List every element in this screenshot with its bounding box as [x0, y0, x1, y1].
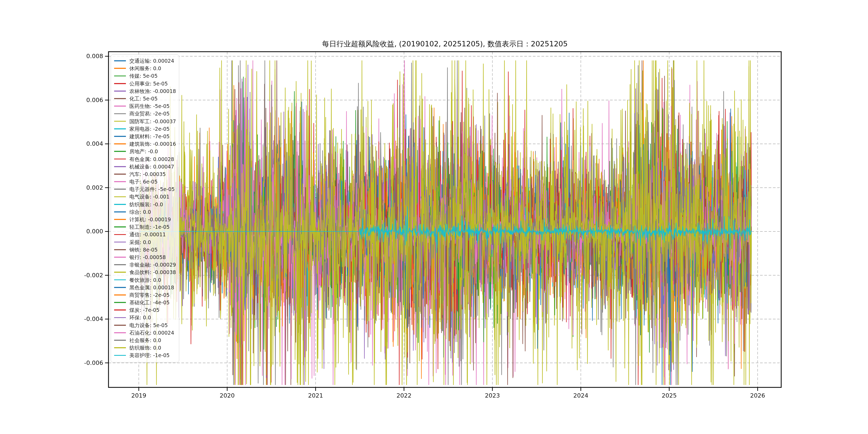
- legend-box: 交通运输: 0.00024休闲服务: 0.0传媒: 5e-05公用事业: 5e-…: [111, 54, 179, 363]
- legend-item: 轻工制造: -1e-05: [114, 223, 179, 231]
- legend-line-swatch: [114, 211, 126, 212]
- legend-item: 电气设备: -0.001: [114, 193, 179, 200]
- legend-item: 煤炭: -7e-05: [114, 306, 179, 314]
- legend-item: 休闲服务: 0.0: [114, 65, 179, 72]
- legend-item: 美容护理: -1e-05: [114, 351, 179, 359]
- legend-line-swatch: [114, 75, 126, 76]
- y-tick-label: -0.006: [32, 360, 103, 367]
- x-tick-label: 2021: [294, 392, 337, 399]
- legend-line-swatch: [114, 113, 126, 114]
- legend-line-swatch: [114, 332, 126, 333]
- legend-item: 有色金属: 0.00028: [114, 155, 179, 163]
- legend-label: 纺织服装: -0.0: [129, 201, 163, 208]
- legend-line-swatch: [114, 234, 126, 235]
- legend-line-swatch: [114, 189, 126, 190]
- legend-item: 餐饮旅游: 0.0: [114, 276, 179, 283]
- legend-label: 家用电器: -2e-05: [129, 125, 169, 133]
- legend-item: 纺织服装: -0.0: [114, 201, 179, 208]
- legend-label: 综合: 0.0: [129, 208, 151, 216]
- y-tick-label: -0.002: [32, 272, 103, 279]
- legend-label: 化工: 5e-05: [129, 95, 157, 102]
- legend-label: 房地产: -0.0: [129, 148, 158, 155]
- legend-label: 计算机: -0.00019: [129, 216, 171, 223]
- legend-item: 通信: -0.00011: [114, 231, 179, 238]
- legend-line-swatch: [114, 60, 126, 61]
- legend-label: 煤炭: -7e-05: [129, 306, 159, 314]
- x-tick-label: 2025: [648, 392, 691, 399]
- legend-line-swatch: [114, 204, 126, 205]
- legend-label: 环保: 0.0: [129, 314, 151, 321]
- legend-line-swatch: [114, 325, 126, 326]
- legend-item: 家用电器: -2e-05: [114, 125, 179, 133]
- legend-item: 化工: 5e-05: [114, 95, 179, 102]
- y-tick-label: 0.006: [32, 97, 103, 104]
- legend-item: 国防军工: -0.00037: [114, 118, 179, 125]
- legend-line-swatch: [114, 242, 126, 243]
- legend-line-swatch: [114, 174, 126, 175]
- legend-line-swatch: [114, 128, 126, 129]
- legend-label: 食品饮料: -0.00038: [129, 269, 176, 276]
- legend-label: 轻工制造: -1e-05: [129, 223, 169, 231]
- legend-line-swatch: [114, 121, 126, 122]
- legend-label: 机械设备: 0.00047: [129, 163, 174, 170]
- legend-line-swatch: [114, 159, 126, 160]
- legend-line-swatch: [114, 219, 126, 220]
- x-tick-label: 2022: [382, 392, 426, 399]
- legend-item: 房地产: -0.0: [114, 148, 179, 155]
- legend-label: 商贸零售: -2e-05: [129, 291, 169, 299]
- legend-item: 传媒: 5e-05: [114, 72, 179, 80]
- legend-line-swatch: [114, 98, 126, 99]
- legend-label: 农林牧渔: -0.00018: [129, 87, 176, 95]
- legend-item: 汽车: -0.00035: [114, 170, 179, 178]
- legend-line-swatch: [114, 257, 126, 258]
- legend-item: 非银金融: -0.00029: [114, 261, 179, 269]
- legend-item: 医药生物: -5e-05: [114, 102, 179, 110]
- legend-label: 有色金属: 0.00028: [129, 155, 174, 163]
- legend-item: 建筑材料: -7e-05: [114, 133, 179, 140]
- legend-label: 通信: -0.00011: [129, 231, 166, 238]
- legend-label: 非银金融: -0.00029: [129, 261, 176, 269]
- legend-item: 交通运输: 0.00024: [114, 57, 179, 65]
- x-tick-label: 2019: [117, 392, 160, 399]
- legend-item: 钢铁: 8e-05: [114, 246, 179, 253]
- legend-label: 休闲服务: 0.0: [129, 65, 161, 72]
- legend-line-swatch: [114, 355, 126, 356]
- legend-line-swatch: [114, 317, 126, 318]
- legend-label: 采掘: 0.0: [129, 239, 151, 246]
- legend-line-swatch: [114, 83, 126, 84]
- y-tick-label: 0.000: [32, 228, 103, 235]
- legend-label: 基础化工: -4e-05: [129, 299, 169, 306]
- legend-item: 计算机: -0.00019: [114, 216, 179, 223]
- legend-label: 国防军工: -0.00037: [129, 118, 176, 125]
- legend-line-swatch: [114, 279, 126, 280]
- legend-line-swatch: [114, 264, 126, 265]
- legend-line-swatch: [114, 302, 126, 303]
- chart-title: 每日行业超额风险收益, (20190102, 20251205), 数值表示日：…: [108, 39, 781, 49]
- legend-item: 公用事业: 5e-05: [114, 80, 179, 87]
- x-tick-label: 2026: [736, 392, 779, 399]
- legend-line-swatch: [114, 166, 126, 167]
- legend-label: 银行: -0.00058: [129, 253, 166, 261]
- legend-label: 美容护理: -1e-05: [129, 351, 169, 359]
- legend-label: 公用事业: 5e-05: [129, 80, 168, 87]
- legend-line-swatch: [114, 226, 126, 227]
- legend-line-swatch: [114, 143, 126, 145]
- legend-item: 商贸零售: -2e-05: [114, 291, 179, 299]
- legend-item: 食品饮料: -0.00038: [114, 269, 179, 276]
- legend-item: 综合: 0.0: [114, 208, 179, 216]
- legend-label: 纺织服饰: 0.0: [129, 344, 161, 351]
- legend-item: 黑色金属: 0.00018: [114, 284, 179, 291]
- legend-item: 纺织服饰: 0.0: [114, 344, 179, 351]
- legend-label: 建筑装饰: -0.00016: [129, 140, 176, 148]
- legend-label: 交通运输: 0.00024: [129, 57, 174, 65]
- y-tick-label: 0.004: [32, 141, 103, 147]
- legend-line-swatch: [114, 340, 126, 341]
- legend-item: 环保: 0.0: [114, 314, 179, 321]
- legend-line-swatch: [114, 272, 126, 273]
- legend-item: 商业贸易: -2e-05: [114, 110, 179, 117]
- y-tick-label: 0.002: [32, 184, 103, 191]
- legend-item: 电力设备: 5e-05: [114, 321, 179, 329]
- legend-item: 采掘: 0.0: [114, 239, 179, 246]
- legend-item: 电子元器件: -5e-05: [114, 185, 179, 193]
- legend-line-swatch: [114, 136, 126, 137]
